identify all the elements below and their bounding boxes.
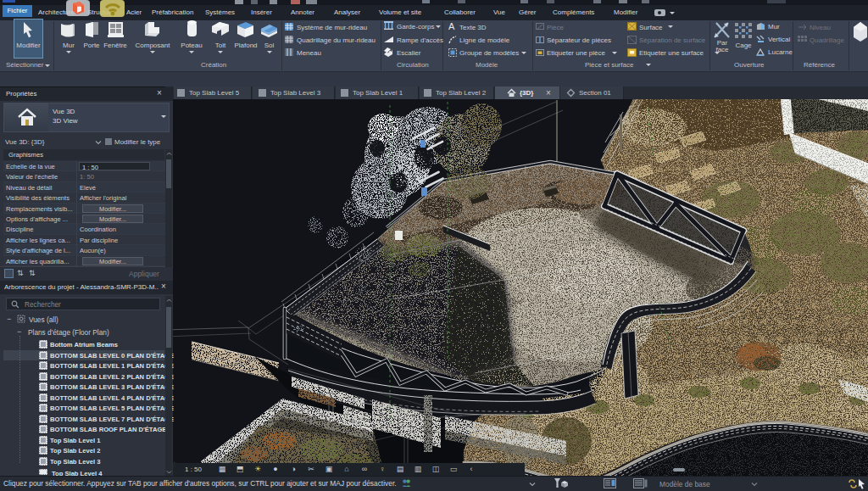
svg-text:A: A [448,22,455,31]
